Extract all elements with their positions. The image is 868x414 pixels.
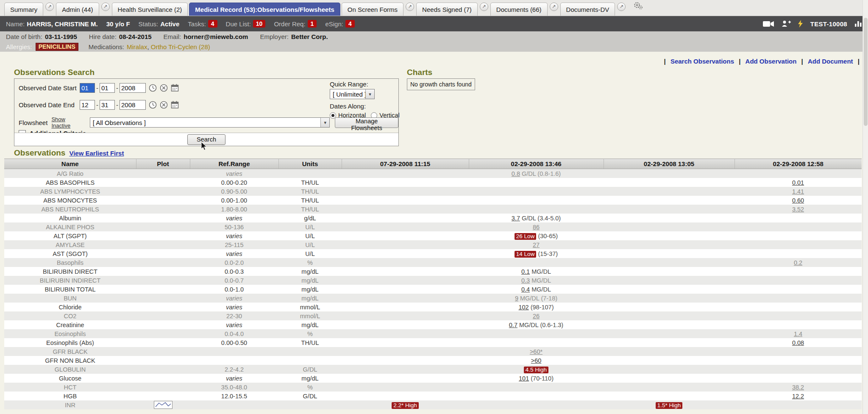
observation-value-link[interactable]: >60* bbox=[530, 348, 542, 355]
observation-value-link[interactable]: 27 bbox=[533, 242, 540, 248]
tab-popout-icon[interactable]: ↗ bbox=[617, 3, 626, 11]
esign-count-badge[interactable]: 4 bbox=[345, 20, 355, 28]
search-button[interactable]: Search bbox=[187, 134, 225, 145]
date-start-day-input[interactable] bbox=[100, 83, 115, 93]
observation-name: BILIRUBIN INDIRECT bbox=[4, 276, 136, 285]
add-document-link[interactable]: Add Document bbox=[808, 58, 853, 65]
observation-value-link[interactable]: 3.52 bbox=[792, 206, 804, 213]
tab-health-surveillance-2[interactable]: Health Surveillance (2) bbox=[112, 3, 188, 16]
table-row: ALT (SGPT)variesU/L26 Low(30-65) bbox=[4, 231, 862, 240]
tab-documents-dv[interactable]: Documents-DV bbox=[560, 3, 615, 16]
abnormal-value-badge[interactable]: 4.5 High bbox=[524, 367, 548, 373]
observation-value-link[interactable]: 0.4 bbox=[521, 286, 530, 293]
value-cell bbox=[469, 338, 604, 347]
add-observation-link[interactable]: Add Observation bbox=[746, 58, 797, 65]
observation-value-link[interactable]: 38.2 bbox=[792, 384, 804, 391]
calendar-icon[interactable] bbox=[171, 84, 179, 92]
plot-cell bbox=[136, 249, 190, 258]
tab-summary[interactable]: Summary bbox=[4, 3, 43, 16]
ref-range: varies bbox=[190, 249, 278, 258]
flowsheet-select[interactable]: [ All Observations ] ▾ bbox=[90, 117, 330, 128]
observation-value-link[interactable]: 101 bbox=[519, 375, 529, 382]
clear-date-icon[interactable] bbox=[160, 84, 168, 92]
abnormal-value-badge[interactable]: 14 Low bbox=[515, 251, 537, 258]
observation-name: BILIRUBIN TOTAL bbox=[4, 285, 136, 294]
date-end-year-input[interactable] bbox=[120, 100, 146, 110]
tab-needs-signed-7[interactable]: Needs Signed (7) bbox=[416, 3, 478, 16]
settings-gear-icon[interactable] bbox=[633, 2, 643, 12]
tab-admin-44[interactable]: Admin (44) bbox=[56, 3, 99, 16]
view-earliest-first-link[interactable]: View Earliest First bbox=[69, 150, 124, 157]
tab-popout-icon[interactable]: ↗ bbox=[480, 3, 488, 11]
observation-value-link[interactable]: 0.01 bbox=[792, 179, 804, 186]
observation-value-link[interactable]: 0.60 bbox=[792, 197, 804, 204]
tab-medical-record-53-observations-flowsheets[interactable]: Medical Record (53):Observations/Flowshe… bbox=[189, 3, 340, 16]
observation-value-link[interactable]: >60 bbox=[531, 357, 542, 364]
tab-popout-icon[interactable]: ↗ bbox=[101, 3, 110, 11]
tab-popout-icon[interactable]: ↗ bbox=[45, 3, 54, 11]
lightning-bolt-icon[interactable] bbox=[798, 20, 803, 28]
observation-value-link[interactable]: 1.41 bbox=[792, 188, 804, 195]
value-suffix: MG/DL bbox=[531, 268, 551, 275]
calendar-icon[interactable] bbox=[171, 101, 179, 109]
table-row: Basophils0.0-2.0%0.2 bbox=[4, 258, 862, 267]
ref-range: 0.00-0.50 bbox=[190, 338, 278, 347]
allergy-badge[interactable]: PENICILLINS bbox=[36, 43, 78, 51]
value-cell: 3.52 bbox=[734, 205, 862, 214]
observation-value-link[interactable]: 0.08 bbox=[792, 339, 804, 346]
order-req-count-badge[interactable]: 1 bbox=[308, 20, 317, 28]
flowsheet-value: [ All Observations ] bbox=[90, 119, 321, 126]
chart-stats-icon[interactable] bbox=[854, 20, 862, 27]
observation-value-link[interactable]: 86 bbox=[533, 224, 540, 231]
add-person-icon[interactable] bbox=[782, 20, 791, 27]
observation-value-link[interactable]: 0.7 bbox=[509, 322, 517, 328]
value-cell bbox=[342, 365, 469, 374]
patient-header-tools: TEST-10008 bbox=[763, 20, 862, 28]
observation-name: HCT bbox=[4, 383, 136, 392]
medication-link[interactable]: Ortho Tri-Cyclen (28) bbox=[151, 43, 210, 50]
observation-value-link[interactable]: 0.8 bbox=[512, 170, 520, 177]
tasks-count-badge[interactable]: 4 bbox=[208, 20, 217, 28]
abnormal-value-badge[interactable]: 1.5* High bbox=[656, 402, 683, 409]
tab-on-screen-forms[interactable]: On Screen Forms bbox=[342, 3, 403, 16]
value-suffix: MG/DL bbox=[531, 286, 551, 293]
clear-date-icon[interactable] bbox=[160, 101, 168, 109]
vertical-scrollbar[interactable] bbox=[862, 0, 868, 414]
value-cell bbox=[604, 294, 734, 303]
tasks-label: Tasks: bbox=[188, 20, 206, 28]
observation-value-link[interactable]: 3.7 bbox=[512, 215, 520, 222]
tab-documents-66[interactable]: Documents (66) bbox=[490, 3, 548, 16]
value-cell bbox=[469, 383, 604, 392]
value-cell bbox=[604, 303, 734, 311]
observation-value-link[interactable]: 0.3 bbox=[521, 277, 530, 284]
order-req-label: Order Req: bbox=[274, 20, 305, 28]
time-clock-icon[interactable] bbox=[149, 84, 157, 92]
show-inactive-link[interactable]: Show Inactive bbox=[51, 116, 84, 129]
observation-value-link[interactable]: 102 bbox=[518, 304, 529, 311]
medication-link[interactable]: Miralax bbox=[127, 43, 147, 50]
observation-value-link[interactable]: 26 bbox=[533, 313, 540, 320]
observation-value-link[interactable]: 0.2 bbox=[794, 259, 802, 266]
plot-sparkline[interactable] bbox=[154, 401, 172, 409]
search-observations-link[interactable]: Search Observations bbox=[670, 58, 734, 65]
scrollbar-thumb[interactable] bbox=[864, 18, 868, 126]
quick-range-select[interactable]: [ Unlimited ] ▾ bbox=[330, 89, 375, 99]
value-suffix: MG/DL bbox=[531, 277, 551, 284]
date-end-day-input[interactable] bbox=[100, 100, 115, 110]
date-end-month-input[interactable] bbox=[80, 100, 95, 110]
value-cell: 1.5* High bbox=[604, 400, 734, 409]
observation-value-link[interactable]: 9 bbox=[515, 295, 518, 302]
date-start-month-input[interactable] bbox=[80, 83, 95, 93]
observation-value-link[interactable]: 0.1 bbox=[521, 268, 530, 275]
abnormal-value-badge[interactable]: 2.2* High bbox=[392, 402, 419, 409]
tab-popout-icon[interactable]: ↗ bbox=[406, 3, 414, 11]
tab-popout-icon[interactable]: ↗ bbox=[550, 3, 558, 11]
date-start-year-input[interactable] bbox=[120, 83, 146, 93]
observation-value-link[interactable]: 12.2 bbox=[792, 393, 804, 400]
time-clock-icon[interactable] bbox=[149, 101, 157, 109]
observation-value-link[interactable]: 1.4 bbox=[794, 331, 802, 337]
manage-flowsheets-button[interactable]: Manage Flowsheets bbox=[335, 117, 398, 128]
abnormal-value-badge[interactable]: 26 Low bbox=[515, 233, 537, 240]
due-list-count-badge[interactable]: 10 bbox=[253, 20, 266, 28]
video-camera-icon[interactable] bbox=[763, 21, 774, 27]
